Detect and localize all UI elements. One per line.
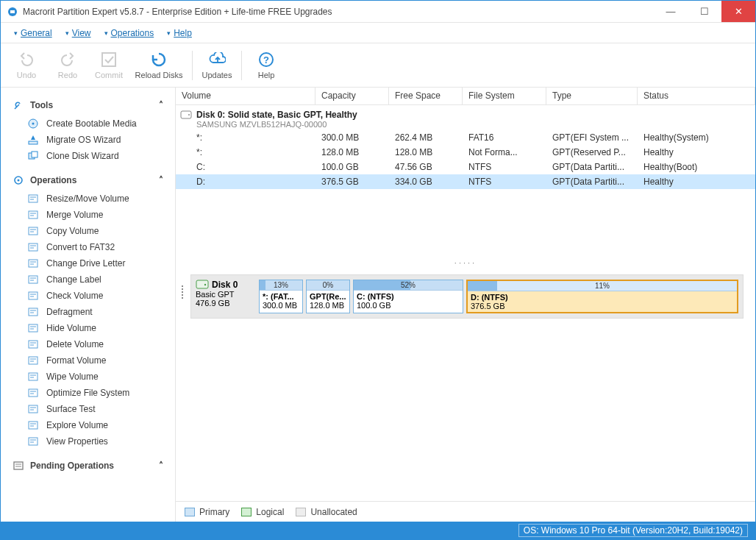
disk-map-info[interactable]: Disk 0 Basic GPT 476.9 GB xyxy=(196,280,254,313)
partition-block[interactable]: 0%GPT(Re...128.0 MB xyxy=(306,280,350,313)
reload-disks-button[interactable]: Reload Disks xyxy=(130,46,188,85)
sidebar-item[interactable]: Surface Test xyxy=(17,401,166,417)
item-icon xyxy=(27,225,39,237)
map-grip[interactable] xyxy=(182,274,186,310)
partition-block[interactable]: 11%D: (NTFS)376.5 GB xyxy=(466,280,738,313)
sidebar-item-label: Change Drive Letter xyxy=(46,258,125,269)
chevron-down-icon: ▾ xyxy=(65,29,69,37)
sidebar-item[interactable]: Create Bootable Media xyxy=(17,116,166,132)
menu-help[interactable]: ▾Help xyxy=(161,26,198,40)
item-icon xyxy=(27,241,39,253)
chevron-down-icon: ▾ xyxy=(14,29,18,37)
item-icon xyxy=(27,403,39,415)
table-row[interactable]: *:300.0 MB262.4 MBFAT16GPT(EFI System ..… xyxy=(176,130,755,145)
maximize-button[interactable]: ☐ xyxy=(688,1,721,22)
item-icon xyxy=(27,193,39,205)
svg-rect-14 xyxy=(29,227,38,235)
sidebar-item[interactable]: Check Volume xyxy=(17,288,166,304)
sidebar-item[interactable]: Hide Volume xyxy=(17,320,166,336)
help-button[interactable]: ? Help xyxy=(246,46,286,85)
disk-model: SAMSUNG MZVLB512HAJQ-00000 xyxy=(180,120,749,129)
col-type[interactable]: Type xyxy=(546,88,638,104)
sidebar-item[interactable]: Migrate OS Wizard xyxy=(17,132,166,148)
sidebar-item-label: Optimize File System xyxy=(46,388,129,398)
svg-rect-12 xyxy=(29,195,38,202)
item-icon xyxy=(27,322,39,334)
sidebar-item[interactable]: Change Label xyxy=(17,271,166,288)
cloud-upload-icon xyxy=(208,51,226,68)
menu-general[interactable]: ▾General xyxy=(8,26,58,40)
close-button[interactable]: ✕ xyxy=(721,1,755,22)
sidebar-item[interactable]: Convert to FAT32 xyxy=(17,239,166,255)
sidebar-item-label: Merge Volume xyxy=(46,210,103,220)
table-row[interactable]: *:128.0 MB128.0 MBNot Forma...GPT(Reserv… xyxy=(176,145,755,160)
toolbar: Undo Redo Commit Reload Disks Updates ? … xyxy=(1,43,755,88)
sidebar-item[interactable]: Merge Volume xyxy=(17,207,166,223)
table-row[interactable]: D:376.5 GB334.0 GBNTFSGPT(Data Partiti..… xyxy=(176,174,755,189)
sidebar-section-operations: Operations ˄ Resize/Move VolumeMerge Vol… xyxy=(1,167,175,452)
help-icon: ? xyxy=(257,51,275,68)
chevron-up-icon: ˄ xyxy=(159,100,163,110)
item-icon xyxy=(27,338,39,350)
sidebar-item[interactable]: Defragment xyxy=(17,304,166,320)
sidebar-item[interactable]: Optimize File System xyxy=(17,385,166,401)
commit-button[interactable]: Commit xyxy=(89,46,129,85)
item-icon xyxy=(27,387,39,399)
pending-icon xyxy=(13,460,24,472)
section-head-pending[interactable]: Pending Operations ˄ xyxy=(10,455,166,476)
svg-rect-9 xyxy=(32,152,38,157)
svg-rect-15 xyxy=(29,244,38,251)
redo-button[interactable]: Redo xyxy=(48,46,88,85)
disk-header[interactable]: Disk 0: Solid state, Basic GPT, Healthy … xyxy=(176,105,755,130)
menu-view[interactable]: ▾View xyxy=(60,26,97,40)
sidebar-item[interactable]: Delete Volume xyxy=(17,336,166,352)
col-capacity[interactable]: Capacity xyxy=(315,88,389,104)
disk-map-zone: Disk 0 Basic GPT 476.9 GB 13%*: (FAT...3… xyxy=(176,269,755,501)
splitter[interactable]: ····· xyxy=(176,257,755,269)
reload-icon xyxy=(150,51,168,68)
svg-rect-31 xyxy=(196,280,208,288)
minimize-button[interactable]: — xyxy=(654,1,688,22)
item-icon xyxy=(27,257,39,269)
sidebar-item[interactable]: Change Drive Letter xyxy=(17,255,166,271)
title-bar: Macrorit Partition Expert v5.8.7 - Enter… xyxy=(1,1,755,23)
legend-primary: Primary xyxy=(185,507,229,517)
section-head-tools[interactable]: Tools ˄ xyxy=(10,95,166,116)
section-head-operations[interactable]: Operations ˄ xyxy=(10,170,166,191)
svg-rect-20 xyxy=(29,324,38,332)
toolbar-separator xyxy=(241,51,242,80)
sidebar-item-label: Wipe Volume xyxy=(46,372,99,382)
svg-rect-17 xyxy=(29,276,38,283)
col-free-space[interactable]: Free Space xyxy=(389,88,463,104)
undo-button[interactable]: Undo xyxy=(7,46,46,85)
item-icon xyxy=(27,134,39,146)
item-icon xyxy=(27,436,39,447)
updates-button[interactable]: Updates xyxy=(197,46,237,85)
table-row[interactable]: C:100.0 GB47.56 GBNTFSGPT(Data Partiti..… xyxy=(176,160,755,174)
sidebar-item[interactable]: Wipe Volume xyxy=(17,369,166,385)
col-file-system[interactable]: File System xyxy=(463,88,546,104)
tools-icon xyxy=(13,99,24,111)
sidebar-item[interactable]: View Properties xyxy=(17,433,166,450)
item-icon xyxy=(27,290,39,302)
svg-text:?: ? xyxy=(263,54,269,65)
sidebar-item-label: Create Bootable Media xyxy=(46,118,137,129)
partition-block[interactable]: 52%C: (NTFS)100.0 GB xyxy=(353,280,463,313)
svg-point-32 xyxy=(204,284,206,285)
col-status[interactable]: Status xyxy=(638,88,755,104)
menu-operations[interactable]: ▾Operations xyxy=(99,26,160,40)
col-volume[interactable]: Volume xyxy=(176,88,315,104)
partition-block[interactable]: 13%*: (FAT...300.0 MB xyxy=(259,280,303,313)
chevron-up-icon: ˄ xyxy=(159,175,163,185)
sidebar-item-label: Explore Volume xyxy=(46,420,108,430)
sidebar-item[interactable]: Format Volume xyxy=(17,352,166,369)
sidebar-item-label: Defragment xyxy=(46,307,93,317)
sidebar-item[interactable]: Explore Volume xyxy=(17,417,166,433)
svg-rect-26 xyxy=(29,422,38,429)
sidebar-item[interactable]: Resize/Move Volume xyxy=(17,191,166,207)
sidebar-item-label: Check Volume xyxy=(46,291,103,301)
sidebar-item[interactable]: Clone Disk Wizard xyxy=(17,148,166,164)
redo-icon xyxy=(59,51,76,68)
sidebar-item[interactable]: Copy Volume xyxy=(17,223,166,239)
svg-rect-2 xyxy=(102,53,115,66)
